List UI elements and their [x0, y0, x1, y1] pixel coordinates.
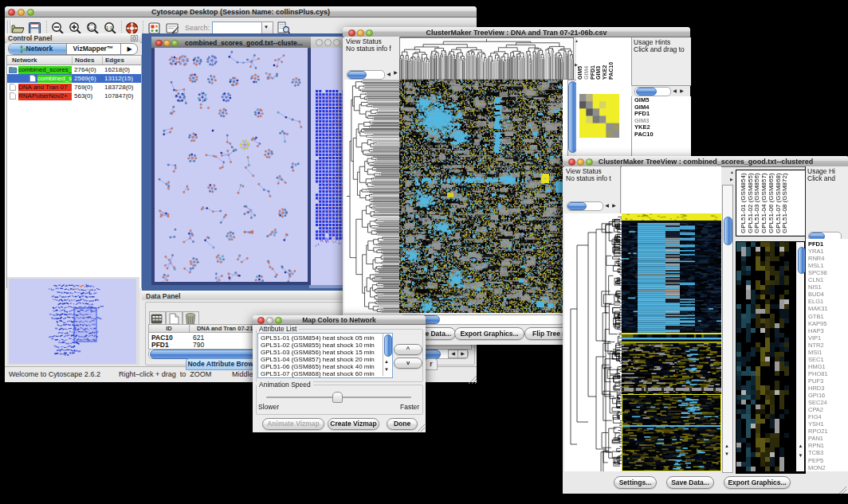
svg-text:1:1: 1:1 — [106, 25, 113, 30]
